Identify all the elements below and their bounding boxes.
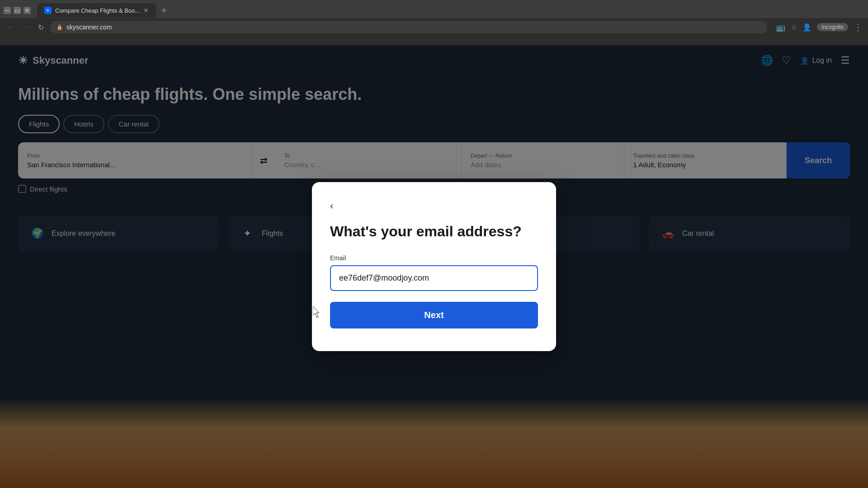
incognito-badge: Incognito — [817, 23, 848, 31]
back-chevron-icon: ‹ — [330, 200, 333, 212]
cast-icon[interactable]: 📺 — [776, 23, 785, 32]
bookmark-icon[interactable]: ☆ — [791, 23, 797, 32]
active-tab[interactable]: ✈ Compare Cheap Flights & Boo... ✕ — [37, 3, 156, 18]
tab-close-button[interactable]: ✕ — [143, 7, 149, 14]
modal-title: What's your email address? — [330, 223, 538, 240]
maximize-button[interactable]: ▭ — [14, 7, 21, 14]
email-input[interactable] — [330, 265, 538, 291]
minimize-button[interactable]: ─ — [4, 7, 11, 14]
email-modal: ‹ What's your email address? Email Next — [312, 182, 556, 351]
close-button[interactable]: ✕ — [24, 7, 31, 14]
address-bar[interactable]: 🔒 skyscanner.com — [50, 21, 767, 33]
next-button[interactable]: Next — [330, 302, 538, 328]
modal-overlay: ‹ What's your email address? Email Next — [0, 45, 868, 488]
tab-favicon: ✈ — [44, 7, 52, 14]
back-nav-button[interactable]: ← — [5, 21, 16, 33]
tab-title: Compare Cheap Flights & Boo... — [55, 7, 140, 14]
url-text: skyscanner.com — [66, 23, 112, 31]
forward-nav-button[interactable]: → — [21, 21, 32, 33]
lock-icon: 🔒 — [57, 24, 63, 30]
email-label: Email — [330, 254, 538, 262]
modal-back-button[interactable]: ‹ — [330, 200, 333, 212]
reload-button[interactable]: ↻ — [36, 21, 46, 33]
more-icon[interactable]: ⋮ — [854, 22, 863, 33]
new-tab-button[interactable]: + — [158, 5, 170, 16]
profile-icon[interactable]: 👤 — [802, 23, 811, 32]
